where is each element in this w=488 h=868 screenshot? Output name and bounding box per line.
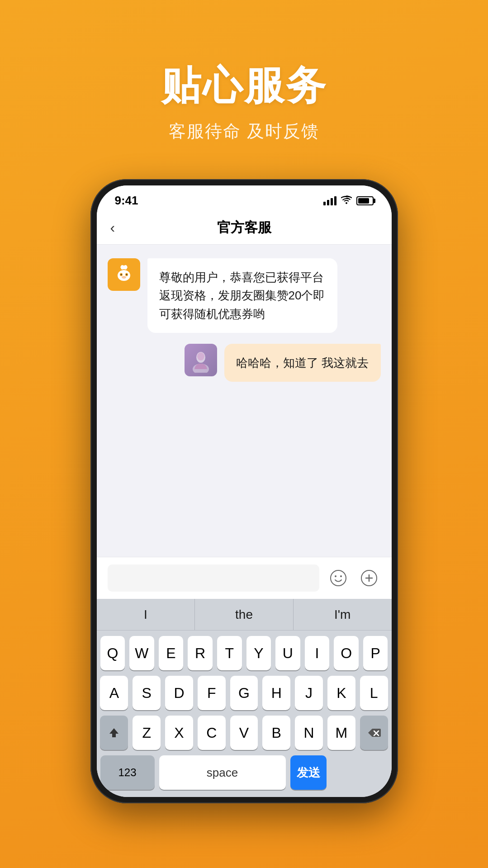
input-area [97, 557, 392, 599]
svg-point-8 [124, 265, 127, 270]
key-q[interactable]: Q [100, 636, 125, 670]
emoji-button[interactable] [327, 566, 350, 590]
svg-point-6 [122, 276, 126, 279]
key-space[interactable]: space [159, 755, 286, 790]
user-avatar [185, 344, 217, 376]
status-time: 9:41 [115, 194, 138, 208]
chat-area: 尊敬的用户，恭喜您已获得平台返现资格，发朋友圈集赞20个即可获得随机优惠券哟 哈… [97, 245, 392, 557]
key-i[interactable]: I [305, 636, 330, 670]
key-shift[interactable] [100, 716, 128, 750]
key-l[interactable]: L [360, 676, 388, 710]
bot-avatar [108, 258, 140, 291]
key-rows: Q W E R T Y U I O P A S [97, 631, 392, 750]
key-u[interactable]: U [275, 636, 300, 670]
user-message-text: 哈哈哈，知道了 我这就去 [236, 356, 369, 370]
signal-icon [323, 196, 336, 205]
hero-section: 贴心服务 客服待命 及时反馈 [0, 0, 488, 170]
key-z[interactable]: Z [133, 716, 161, 750]
message-row-2: 哈哈哈，知道了 我这就去 [108, 344, 381, 382]
key-p[interactable]: P [363, 636, 388, 670]
key-d[interactable]: D [165, 676, 193, 710]
key-x[interactable]: X [165, 716, 193, 750]
key-j[interactable]: J [295, 676, 323, 710]
key-n[interactable]: N [295, 716, 323, 750]
phone-screen: 9:41 [97, 185, 392, 797]
key-row-3: Z X C V B N M [100, 716, 388, 750]
key-a[interactable]: A [100, 676, 128, 710]
key-f[interactable]: F [198, 676, 226, 710]
bot-message-text: 尊敬的用户，恭喜您已获得平台返现资格，发朋友圈集赞20个即可获得随机优惠券哟 [159, 270, 325, 321]
key-h[interactable]: H [262, 676, 290, 710]
keyboard-suggestions: I the I'm [97, 599, 392, 631]
key-send[interactable]: 发送 [290, 755, 327, 790]
nav-title: 官方客服 [217, 218, 271, 237]
status-icons [323, 195, 374, 207]
battery-icon [356, 196, 374, 205]
key-y[interactable]: Y [246, 636, 271, 670]
bot-message-bubble: 尊敬的用户，恭喜您已获得平台返现资格，发朋友圈集赞20个即可获得随机优惠券哟 [147, 258, 337, 333]
keyboard: I the I'm Q W E R [97, 599, 392, 797]
nav-bar: ‹ 官方客服 [97, 211, 392, 245]
key-s[interactable]: S [133, 676, 161, 710]
message-row-1: 尊敬的用户，恭喜您已获得平台返现资格，发朋友圈集赞20个即可获得随机优惠券哟 [108, 258, 381, 333]
phone-wrapper: 9:41 [0, 179, 488, 803]
svg-point-1 [118, 270, 130, 281]
wifi-icon [341, 195, 352, 207]
key-t[interactable]: T [217, 636, 242, 670]
hero-subtitle: 客服待命 及时反馈 [0, 120, 488, 143]
key-k[interactable]: K [327, 676, 355, 710]
svg-point-13 [335, 575, 336, 577]
key-m[interactable]: M [327, 716, 355, 750]
phone-frame: 9:41 [90, 179, 398, 803]
key-delete[interactable] [360, 716, 388, 750]
key-o[interactable]: O [334, 636, 359, 670]
key-g[interactable]: G [230, 676, 258, 710]
svg-point-12 [331, 570, 346, 586]
key-c[interactable]: C [198, 716, 226, 750]
key-r[interactable]: R [188, 636, 213, 670]
svg-point-14 [340, 575, 342, 577]
plus-button[interactable] [357, 566, 381, 590]
suggestion-i[interactable]: I [97, 599, 195, 630]
user-message-bubble: 哈哈哈，知道了 我这就去 [224, 344, 380, 382]
svg-point-5 [126, 274, 127, 275]
message-input[interactable] [108, 564, 319, 592]
back-button[interactable]: ‹ [110, 219, 115, 236]
key-row-1: Q W E R T Y U I O P [100, 636, 388, 670]
keyboard-bottom-row: 123 space 发送 [97, 750, 392, 797]
suggestion-im[interactable]: I'm [294, 599, 392, 630]
key-numbers[interactable]: 123 [100, 755, 155, 790]
status-bar: 9:41 [97, 185, 392, 211]
key-row-2: A S D F G H J K L [100, 676, 388, 710]
svg-point-4 [120, 274, 122, 275]
key-v[interactable]: V [230, 716, 258, 750]
suggestion-the[interactable]: the [195, 599, 294, 630]
hero-title: 贴心服务 [0, 59, 488, 113]
key-b[interactable]: B [262, 716, 290, 750]
key-w[interactable]: W [129, 636, 154, 670]
svg-point-7 [121, 265, 123, 270]
svg-point-11 [197, 352, 204, 360]
key-e[interactable]: E [159, 636, 184, 670]
